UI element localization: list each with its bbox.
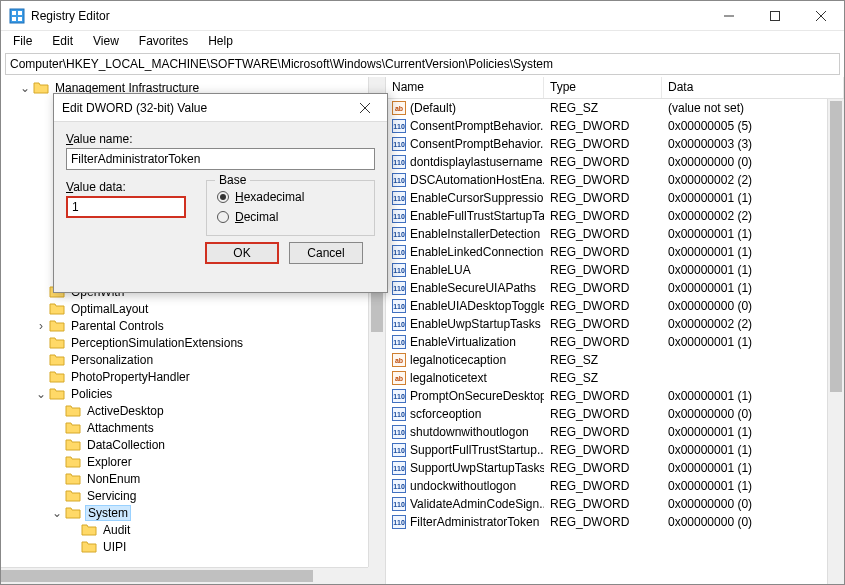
value-name: EnableFullTrustStartupTa... — [410, 209, 544, 223]
menu-file[interactable]: File — [5, 32, 40, 50]
tree-item[interactable]: UIPI — [1, 538, 385, 555]
tree-item[interactable]: ⌄System — [1, 504, 385, 521]
tree-item[interactable]: Explorer — [1, 453, 385, 470]
value-name: EnableInstallerDetection — [410, 227, 540, 241]
tree-item[interactable]: NonEnum — [1, 470, 385, 487]
cancel-button[interactable]: Cancel — [289, 242, 363, 264]
value-name-label: Value name: — [66, 132, 375, 146]
chevron-down-icon[interactable]: ⌄ — [33, 387, 49, 401]
list-row[interactable]: 110EnableSecureUIAPathsREG_DWORD0x000000… — [386, 279, 844, 297]
tree-item[interactable]: ⌄Policies — [1, 385, 385, 402]
value-data-input[interactable] — [66, 196, 186, 218]
dword-value-icon: 110 — [392, 479, 406, 493]
list-row[interactable]: 110EnableUIADesktopToggleREG_DWORD0x0000… — [386, 297, 844, 315]
list-row[interactable]: 110EnableInstallerDetectionREG_DWORD0x00… — [386, 225, 844, 243]
list-row[interactable]: ab(Default)REG_SZ(value not set) — [386, 99, 844, 117]
minimize-button[interactable] — [706, 1, 752, 31]
svg-rect-2 — [18, 11, 22, 15]
tree-horizontal-scrollbar[interactable] — [1, 567, 368, 584]
column-type[interactable]: Type — [544, 77, 662, 98]
tree-item-label: PhotoPropertyHandler — [69, 370, 192, 384]
list-row[interactable]: 110FilterAdministratorTokenREG_DWORD0x00… — [386, 513, 844, 531]
radio-hexadecimal[interactable]: Hexadecimal — [217, 187, 364, 207]
close-button[interactable] — [798, 1, 844, 31]
value-type: REG_DWORD — [544, 335, 662, 349]
list-row[interactable]: 110SupportFullTrustStartup...REG_DWORD0x… — [386, 441, 844, 459]
tree-item[interactable]: Servicing — [1, 487, 385, 504]
value-type: REG_DWORD — [544, 209, 662, 223]
value-type: REG_DWORD — [544, 443, 662, 457]
menu-help[interactable]: Help — [200, 32, 241, 50]
dword-value-icon: 110 — [392, 497, 406, 511]
tree-item-label: DataCollection — [85, 438, 167, 452]
ok-button[interactable]: OK — [205, 242, 279, 264]
value-data-label: Value data: — [66, 180, 186, 194]
value-data: 0x00000000 (0) — [662, 299, 844, 313]
list-row[interactable]: ablegalnoticetextREG_SZ — [386, 369, 844, 387]
list-row[interactable]: 110ValidateAdminCodeSign...REG_DWORD0x00… — [386, 495, 844, 513]
radio-icon — [217, 191, 229, 203]
list-header: Name Type Data — [386, 77, 844, 99]
list-row[interactable]: 110ConsentPromptBehavior...REG_DWORD0x00… — [386, 135, 844, 153]
dword-value-icon: 110 — [392, 515, 406, 529]
value-data: 0x00000001 (1) — [662, 263, 844, 277]
value-name-input[interactable] — [66, 148, 375, 170]
list-vertical-scrollbar[interactable] — [827, 99, 844, 584]
list-row[interactable]: 110EnableCursorSuppressionREG_DWORD0x000… — [386, 189, 844, 207]
chevron-down-icon[interactable]: ⌄ — [17, 81, 33, 95]
dialog-close-button[interactable] — [351, 94, 379, 122]
list-row[interactable]: 110ConsentPromptBehavior...REG_DWORD0x00… — [386, 117, 844, 135]
list-row[interactable]: 110EnableFullTrustStartupTa...REG_DWORD0… — [386, 207, 844, 225]
value-data: 0x00000001 (1) — [662, 425, 844, 439]
column-data[interactable]: Data — [662, 77, 844, 98]
value-name: FilterAdministratorToken — [410, 515, 539, 529]
list-row[interactable]: 110dontdisplaylastusernameREG_DWORD0x000… — [386, 153, 844, 171]
tree-item[interactable]: Personalization — [1, 351, 385, 368]
list-row[interactable]: 110scforceoptionREG_DWORD0x00000000 (0) — [386, 405, 844, 423]
address-bar[interactable]: Computer\HKEY_LOCAL_MACHINE\SOFTWARE\Mic… — [5, 53, 840, 75]
folder-icon — [65, 505, 81, 521]
menu-view[interactable]: View — [85, 32, 127, 50]
value-name: DSCAutomationHostEna... — [410, 173, 544, 187]
tree-item[interactable]: Audit — [1, 521, 385, 538]
list-row[interactable]: ablegalnoticecaptionREG_SZ — [386, 351, 844, 369]
tree-item[interactable]: PerceptionSimulationExtensions — [1, 334, 385, 351]
tree-item[interactable]: DataCollection — [1, 436, 385, 453]
dword-value-icon: 110 — [392, 155, 406, 169]
value-name: SupportFullTrustStartup... — [410, 443, 544, 457]
value-type: REG_DWORD — [544, 461, 662, 475]
column-name[interactable]: Name — [386, 77, 544, 98]
tree-item[interactable]: PhotoPropertyHandler — [1, 368, 385, 385]
tree-item[interactable]: OptimalLayout — [1, 300, 385, 317]
menu-favorites[interactable]: Favorites — [131, 32, 196, 50]
folder-icon — [33, 80, 49, 96]
chevron-down-icon[interactable]: ⌄ — [49, 506, 65, 520]
value-name: EnableLUA — [410, 263, 471, 277]
value-data: 0x00000000 (0) — [662, 155, 844, 169]
list-row[interactable]: 110PromptOnSecureDesktopREG_DWORD0x00000… — [386, 387, 844, 405]
list-row[interactable]: 110EnableVirtualizationREG_DWORD0x000000… — [386, 333, 844, 351]
value-name: EnableUwpStartupTasks — [410, 317, 541, 331]
svg-rect-4 — [18, 17, 22, 21]
tree-item[interactable]: ActiveDesktop — [1, 402, 385, 419]
tree-item[interactable]: Attachments — [1, 419, 385, 436]
tree-item[interactable]: ›Parental Controls — [1, 317, 385, 334]
chevron-right-icon[interactable]: › — [33, 319, 49, 333]
value-name: ValidateAdminCodeSign... — [410, 497, 544, 511]
folder-icon — [49, 301, 65, 317]
dword-value-icon: 110 — [392, 119, 406, 133]
value-type: REG_DWORD — [544, 191, 662, 205]
list-row[interactable]: 110undockwithoutlogonREG_DWORD0x00000001… — [386, 477, 844, 495]
list-row[interactable]: 110EnableLUAREG_DWORD0x00000001 (1) — [386, 261, 844, 279]
maximize-button[interactable] — [752, 1, 798, 31]
menu-edit[interactable]: Edit — [44, 32, 81, 50]
list-row[interactable]: 110EnableLinkedConnectionsREG_DWORD0x000… — [386, 243, 844, 261]
list-row[interactable]: 110DSCAutomationHostEna...REG_DWORD0x000… — [386, 171, 844, 189]
value-data: 0x00000000 (0) — [662, 407, 844, 421]
value-name: EnableSecureUIAPaths — [410, 281, 536, 295]
radio-decimal[interactable]: Decimal — [217, 207, 364, 227]
list-row[interactable]: 110EnableUwpStartupTasksREG_DWORD0x00000… — [386, 315, 844, 333]
list-row[interactable]: 110shutdownwithoutlogonREG_DWORD0x000000… — [386, 423, 844, 441]
value-data: 0x00000001 (1) — [662, 281, 844, 295]
list-row[interactable]: 110SupportUwpStartupTasksREG_DWORD0x0000… — [386, 459, 844, 477]
